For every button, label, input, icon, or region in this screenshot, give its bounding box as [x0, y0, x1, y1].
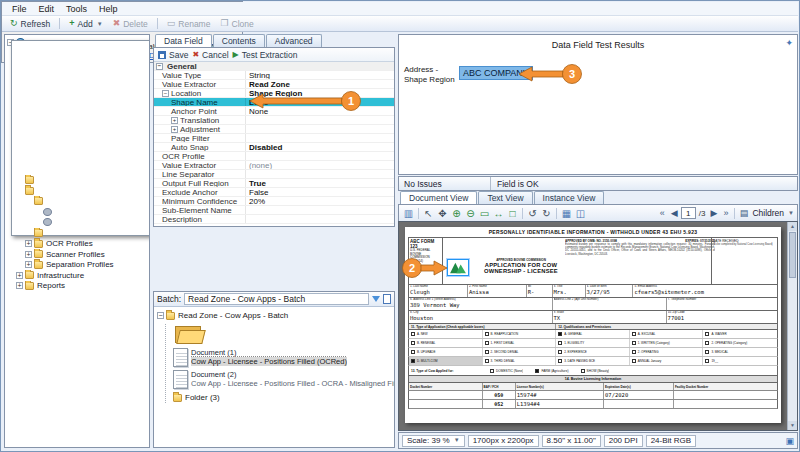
document-thumbnail-icon[interactable]	[173, 348, 188, 367]
menu-tools[interactable]: Tools	[60, 3, 93, 15]
tree-node-separation-profiles[interactable]: +Separation Profiles	[5, 259, 149, 270]
tree-node-scanner-profiles[interactable]: +Scanner Profiles	[5, 249, 149, 260]
fit-page-icon[interactable]: □	[506, 206, 519, 221]
property-row-exclude-anchor[interactable]: Exclude AnchorFalse	[154, 188, 394, 197]
vertical-scrollbar[interactable]: ▲ ▼	[787, 222, 797, 430]
cancel-button[interactable]: ✖Cancel	[192, 50, 228, 60]
color-depth-cell: 24-Bit RGB	[646, 435, 696, 447]
first-page-icon[interactable]: «	[657, 208, 668, 218]
property-row-sub-element-name[interactable]: Sub-Element Name	[154, 206, 394, 215]
zoom-select-icon[interactable]: ▭	[478, 206, 491, 221]
test-extraction-button[interactable]: ▶Test Extraction	[233, 50, 298, 60]
rotate-right-icon[interactable]: ↻	[540, 206, 553, 221]
layout-panels-icon[interactable]: ▥	[402, 206, 415, 221]
property-expander-icon[interactable]: +	[171, 117, 178, 124]
property-row-output-full-region[interactable]: Output Full RegionTrue	[154, 179, 394, 188]
grid-icon[interactable]: ▣	[785, 436, 794, 446]
batch-node-folder-3[interactable]: Folder (3)	[173, 392, 394, 403]
rename-button[interactable]: ▭Rename	[163, 18, 215, 30]
panel-menu-icon[interactable]: ✦	[785, 38, 793, 48]
add-button[interactable]: +Add▼	[65, 18, 106, 30]
editor-tab-advanced[interactable]: Advanced	[266, 34, 322, 47]
document-thumbnail-icon[interactable]	[173, 370, 188, 389]
checkbox-icon	[558, 350, 562, 354]
property-row-ocr-profile[interactable]: OCR Profile	[154, 152, 394, 161]
property-row-minimum-confidence[interactable]: Minimum Confidence20%	[154, 197, 394, 206]
batch-selector[interactable]: Read Zone - Cow Apps - Batch	[184, 293, 369, 305]
property-row-value-type[interactable]: Value TypeString	[154, 71, 394, 80]
scrollbar-thumb[interactable]	[789, 232, 796, 278]
fit-width-icon[interactable]: ↔	[492, 206, 505, 221]
checkbox-3-date-passed-bce: 3. DATE PASSED BCE	[556, 357, 630, 365]
viewer-tab-instance-view[interactable]: Instance View	[534, 191, 605, 204]
checkbox-icon	[705, 350, 709, 354]
license-row: 052L1394#4	[408, 400, 778, 409]
rotate-left-icon[interactable]: ↺	[526, 206, 539, 221]
previous-page-icon[interactable]: ◀	[669, 208, 680, 218]
property-category-general[interactable]: −General	[154, 62, 394, 71]
last-page-icon[interactable]: »	[720, 208, 731, 218]
property-row-adjustment[interactable]: +Adjustment	[154, 125, 394, 134]
refresh-button[interactable]: ↻Refresh	[6, 18, 54, 30]
category-expander-icon[interactable]: −	[156, 63, 163, 70]
viewer-tab-text-view[interactable]: Text View	[478, 191, 532, 204]
property-row-line-separator[interactable]: Line Separator	[154, 170, 394, 179]
next-page-icon[interactable]: ▶	[708, 208, 719, 218]
tree-expander-icon[interactable]: +	[25, 251, 32, 258]
zoom-in-icon[interactable]: ⊕	[450, 206, 463, 221]
checkbox-icon	[535, 369, 539, 373]
tree-expander-icon[interactable]: +	[25, 261, 32, 268]
doc-date-received-box: DATE RECEIVED (To be completed by Nation…	[711, 238, 777, 284]
filter-icon[interactable]	[372, 296, 380, 302]
editor-tab-data-field[interactable]: Data Field	[155, 34, 212, 47]
new-document-icon[interactable]	[383, 294, 391, 304]
delete-button[interactable]: ✖Delete	[109, 18, 152, 30]
scroll-up-icon[interactable]: ▲	[788, 222, 797, 231]
folder-icon	[25, 282, 34, 290]
pan-icon[interactable]: ✥	[436, 206, 449, 221]
tree-node-ocr-profiles[interactable]: +OCR Profiles	[5, 238, 149, 249]
batch-expander-icon[interactable]: −	[157, 312, 164, 319]
property-row-translation[interactable]: +Translation	[154, 116, 394, 125]
editor-tab-strip: Data FieldContentsAdvanced	[153, 34, 395, 47]
document-viewer[interactable]: PERSONALLY IDENTIFIABLE INFORMATION - WI…	[398, 221, 798, 431]
doc-cow-type-row: 13. Type of Cow Applied for: DOMESTIC (N…	[408, 366, 778, 376]
batch-node-document-2[interactable]: Document (2)Cow App - Licensee - Positio…	[173, 370, 394, 389]
tree-node-reports[interactable]: +Reports	[5, 281, 149, 292]
tree-expander-icon[interactable]: +	[16, 282, 23, 289]
editor-tab-contents[interactable]: Contents	[213, 34, 265, 47]
zoom-level-cell[interactable]: Scale: 39 %▼	[402, 435, 465, 447]
tree-expander-icon[interactable]: +	[16, 272, 23, 279]
chevron-down-icon[interactable]: ▼	[788, 210, 794, 216]
tree-expander-icon[interactable]: +	[25, 240, 32, 247]
batch-node-document-1[interactable]: Document (1)Cow App - Licensee - Positio…	[173, 348, 394, 367]
page-number-input[interactable]: 1	[681, 207, 696, 219]
property-row-description[interactable]: Description	[154, 215, 394, 224]
children-view-icon[interactable]: ▤	[738, 208, 749, 218]
thumbnails-icon[interactable]: ▦	[560, 206, 573, 221]
property-expander-icon[interactable]: +	[171, 126, 178, 133]
company-logo[interactable]	[447, 259, 469, 276]
document-page[interactable]: PERSONALLY IDENTIFIABLE INFORMATION - WI…	[405, 227, 781, 423]
menu-help[interactable]: Help	[93, 3, 124, 15]
property-expander-icon[interactable]: −	[162, 90, 169, 97]
save-button[interactable]: Save	[158, 50, 188, 60]
tree-node-cow-application[interactable]: +Cow Application	[5, 164, 149, 175]
property-row-auto-snap[interactable]: Auto SnapDisabled	[154, 143, 394, 152]
batch-root-node[interactable]: −Read Zone - Cow Apps - Batch	[157, 310, 394, 321]
menu-edit[interactable]: Edit	[33, 3, 61, 15]
select-arrow-icon[interactable]: ↖	[422, 206, 435, 221]
split-view-icon[interactable]: ◫	[574, 206, 587, 221]
viewer-tab-document-view[interactable]: Document View	[400, 191, 477, 204]
checkbox-icon	[705, 359, 709, 363]
scroll-down-icon[interactable]: ▼	[788, 421, 797, 430]
zoom-out-icon[interactable]: ⊖	[464, 206, 477, 221]
property-row-page-filter[interactable]: Page Filter	[154, 134, 394, 143]
property-row-value-extractor[interactable]: Value Extractor(none)	[154, 161, 394, 170]
property-row-value-extractor[interactable]: Value ExtractorRead Zone	[154, 80, 394, 89]
clone-button[interactable]: ❐Clone	[216, 18, 257, 30]
tree-node-infrastructure[interactable]: +Infrastructure	[5, 270, 149, 281]
checkbox-icon	[632, 332, 636, 336]
open-folder-icon[interactable]	[175, 324, 203, 344]
menu-file[interactable]: File	[6, 3, 33, 15]
